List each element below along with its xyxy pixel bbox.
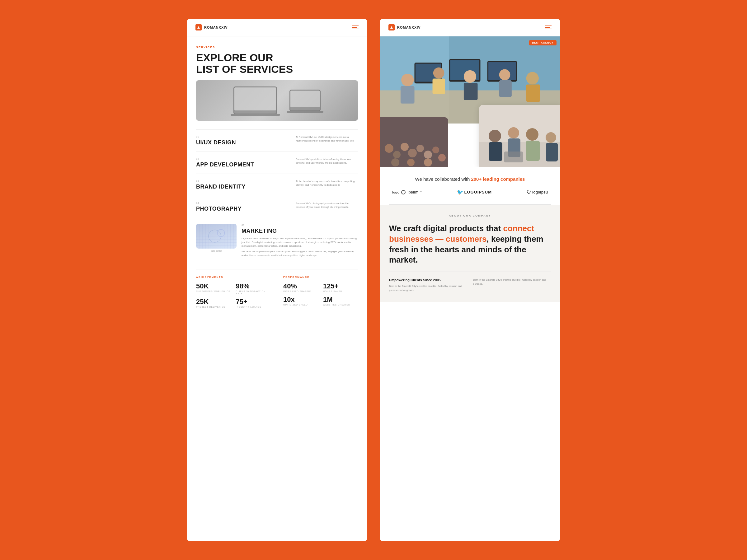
achievements-section: ACHIEVEMENTS 50K CUSTOMERS WORLDWIDE 98%… <box>196 269 358 314</box>
marketing-name: MARKETING <box>241 228 358 234</box>
right-logo-icon <box>388 24 395 30</box>
svg-point-31 <box>391 158 399 166</box>
hero-image <box>196 80 358 121</box>
service-number-uiux: 01 <box>196 135 236 138</box>
bottom-right-photo <box>479 105 560 167</box>
laptop-mock-1 <box>233 86 277 114</box>
svg-point-33 <box>424 158 432 166</box>
logo-ipsum-text: ipsum <box>407 190 418 194</box>
svg-point-18 <box>499 69 511 80</box>
svg-point-12 <box>401 74 414 86</box>
right-hamburger-button[interactable] <box>545 26 551 29</box>
right-logo-text: ROMANXXIV <box>397 26 421 29</box>
shield-icon: 🛡 <box>526 190 531 195</box>
svg-point-20 <box>526 72 539 84</box>
service-name-brand: BRAND IDENTITY <box>196 184 246 190</box>
services-list: 01 UI/UX DESIGN At RomanXXIV, our UI/UX … <box>196 129 358 263</box>
stat-awards: 75+ INDUSTRY AWARDS <box>236 298 271 308</box>
performance-title: PERFORMANCE <box>283 276 358 278</box>
stat-hours: 125+ HOURS SAVED <box>323 282 358 292</box>
svg-rect-37 <box>489 142 503 161</box>
services-label: SERVICES <box>196 46 358 49</box>
stat-deliveries: 25K PROJECT DELIVERIES <box>196 298 231 308</box>
service-desc-photo: RomanXXIV's photography services capture… <box>296 202 358 209</box>
logo-item-1: logo ipsum™ <box>392 190 422 194</box>
stat-awards-label: INDUSTRY AWARDS <box>236 306 271 308</box>
right-hamburger-line-2 <box>545 27 550 28</box>
marketing-image <box>196 224 236 248</box>
service-name-photo: PHOTOGRAPHY <box>196 206 241 212</box>
svg-rect-0 <box>196 224 236 248</box>
service-name-appdev: APP DEVELOPMENT <box>196 161 254 168</box>
bottom-left-photo <box>380 117 448 167</box>
svg-rect-19 <box>499 80 512 97</box>
stat-traffic-value: 40% <box>283 282 318 290</box>
left-content: SERVICES EXPLORE OUR LIST OF SERVICES Ha… <box>187 36 367 320</box>
about-headline-1: We craft digital products that <box>389 224 503 233</box>
svg-point-28 <box>424 151 432 159</box>
svg-rect-43 <box>546 143 558 161</box>
achievements-title: ACHIEVEMENTS <box>196 276 271 278</box>
about-headline: We craft digital products that connect b… <box>389 223 551 265</box>
svg-point-26 <box>408 149 417 157</box>
logoipsu-text: logoipsu <box>532 190 548 194</box>
laptop-screen-2 <box>290 90 320 107</box>
stat-customers-label: CUSTOMERS WORLDWIDE <box>196 290 231 292</box>
stat-websites: 1M WEBSITES CREATED <box>323 296 358 306</box>
hero-image-inner <box>196 80 358 121</box>
stat-awards-value: 75+ <box>236 298 271 306</box>
logo-item-3: 🛡 logoipsu <box>526 190 548 195</box>
svg-rect-44 <box>504 152 523 162</box>
stat-hours-value: 125+ <box>323 282 358 290</box>
svg-point-25 <box>401 143 409 151</box>
hamburger-line-1 <box>352 26 359 26</box>
svg-rect-22 <box>380 117 448 167</box>
stat-customers: 50K CUSTOMERS WORLDWIDE <box>196 282 231 295</box>
svg-rect-41 <box>526 141 540 161</box>
stat-satisfaction-value: 98% <box>236 282 271 290</box>
right-nav: ROMANXXIV <box>380 19 560 36</box>
right-logo[interactable]: ROMANXXIV <box>388 24 421 30</box>
svg-point-30 <box>438 154 446 161</box>
laptop-base <box>231 114 280 116</box>
service-item-photo: 04 PHOTOGRAPHY RomanXXIV's photography s… <box>196 196 358 218</box>
svg-point-29 <box>432 146 439 153</box>
service-desc-uiux: At RomanXXIV, our UI/UX design services … <box>296 135 358 143</box>
svg-point-42 <box>546 132 556 143</box>
collab-highlight: 200+ leading companies <box>471 177 525 182</box>
laptop-base-2 <box>287 111 324 113</box>
empowering-right-text: Born in the Emerald City's creative cruc… <box>473 278 551 286</box>
service-row-photo: 04 PHOTOGRAPHY RomanXXIV's photography s… <box>196 202 358 212</box>
service-desc-appdev: RomanXXIV specializes in transforming id… <box>296 157 358 165</box>
logoipsum-text: LOGOIPSUM <box>464 190 492 194</box>
right-card: ROMANXXIV <box>380 19 560 541</box>
hamburger-menu-button[interactable] <box>352 26 359 29</box>
logo-item-2: 🐦 LOGOIPSUM <box>457 189 492 195</box>
service-row-brand: 03 BRAND IDENTITY At the heart of every … <box>196 180 358 190</box>
stat-deliveries-value: 25K <box>196 298 231 306</box>
left-nav: ROMANXXIV <box>187 19 367 36</box>
bottom-left-photo-inner <box>380 117 448 167</box>
logo-text: ROMANXXIV <box>204 26 228 29</box>
laptop-mock-2 <box>289 89 320 111</box>
logo-icon <box>196 24 202 30</box>
service-row-uiux: 01 UI/UX DESIGN At RomanXXIV, our UI/UX … <box>196 135 358 146</box>
left-logo[interactable]: ROMANXXIV <box>196 24 228 30</box>
empowering-right: Born in the Emerald City's creative cruc… <box>473 278 551 292</box>
svg-point-16 <box>464 70 476 83</box>
svg-rect-21 <box>526 85 540 102</box>
empowering-left: Empowering Clients Since 2005 Born in th… <box>389 278 467 292</box>
empowering-title: Empowering Clients Since 2005 <box>389 278 467 282</box>
about-section: ABOUT OUR COMPANY We craft digital produ… <box>380 205 560 302</box>
service-item-marketing: data center 05 MARKETING Digital success… <box>196 218 358 263</box>
svg-rect-13 <box>401 86 415 104</box>
stat-speed-value: 10x <box>283 296 318 304</box>
page-title: EXPLORE OUR LIST OF SERVICES <box>196 52 358 75</box>
service-item-uiux: 01 UI/UX DESIGN At RomanXXIV, our UI/UX … <box>196 129 358 152</box>
marketing-img-inner <box>196 224 236 248</box>
svg-rect-17 <box>464 83 478 100</box>
svg-point-40 <box>526 128 538 141</box>
right-hamburger-line-1 <box>545 26 551 26</box>
stat-speed-label: OPTIMIZED SPEED <box>283 304 318 306</box>
photo-badge: BEST AGENCY <box>529 40 557 46</box>
